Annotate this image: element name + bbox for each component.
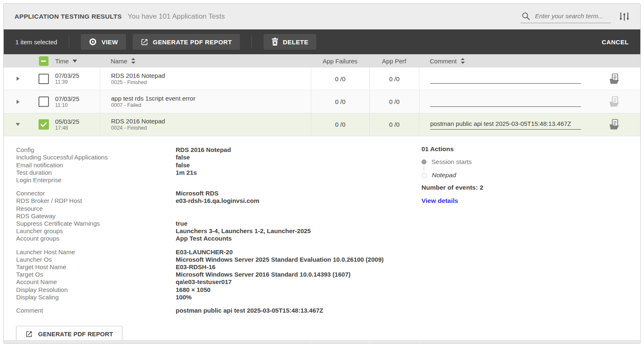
row-name: RDS 2016 Notepad: [111, 72, 165, 80]
detail-value: E03-RDSH-16: [176, 263, 215, 271]
toolbar-divider: [252, 36, 252, 48]
page-title: APPLICATION TESTING RESULTS: [15, 13, 122, 20]
detail-label: Target Host Name: [16, 263, 176, 271]
open-in-new-icon: [25, 330, 33, 338]
triangle-right-icon: [17, 77, 19, 81]
detail-label: Launcher Os: [16, 256, 176, 263]
comment-input[interactable]: [430, 74, 581, 84]
detail-label: Test duration: [16, 169, 176, 176]
sort-desc-icon: [73, 60, 77, 63]
row-checkbox-checked[interactable]: [39, 119, 49, 130]
detail-label: Config: [16, 146, 176, 154]
timeline-item: Session starts: [421, 158, 600, 166]
detail-label: Connector: [16, 190, 176, 197]
top-header: APPLICATION TESTING RESULTS You have 101…: [4, 4, 640, 29]
report-file-icon[interactable]: [609, 119, 620, 130]
detail-value: Launchers 3-4, Launchers 1-2, Launcher-2…: [176, 227, 311, 235]
detail-value: false: [176, 161, 190, 169]
actions-panel: 01 Actions Session starts Notepad Number…: [421, 145, 600, 205]
delete-button-label: DELETE: [283, 39, 309, 46]
collapse-row-button[interactable]: [4, 113, 32, 136]
detail-value: App Test Accounts: [176, 235, 232, 242]
expand-row-button[interactable]: [4, 90, 32, 113]
check-icon: [41, 122, 47, 127]
detail-label: Account Name: [16, 278, 176, 286]
detail-label: Email notification: [16, 161, 176, 169]
column-header-comment[interactable]: Comment: [419, 58, 640, 65]
detail-value: Microsoft Windows Server 2016 Standard 1…: [176, 271, 351, 278]
row-status: 0024 - Finished: [111, 125, 147, 131]
table-row: 07/03/25 11:39 RDS 2016 Notepad 0025 - F…: [4, 67, 640, 90]
column-time-label: Time: [55, 58, 69, 65]
detail-label: Display Resolution: [16, 286, 176, 294]
action-label: Session starts: [431, 158, 472, 166]
detail-label: Login Enterprise: [16, 176, 176, 184]
detail-label: RDS Gateway: [16, 212, 176, 220]
search-input[interactable]: [534, 12, 610, 20]
detail-label: Display Scaling: [16, 294, 176, 301]
detail-value: e03-rdsh-16.qa.loginvsi.com: [176, 197, 259, 205]
report-file-icon[interactable]: [609, 73, 620, 84]
column-header-name[interactable]: Name: [100, 58, 311, 65]
detail-label: Account groups: [16, 235, 176, 242]
row-name: RDS 2016 Notepad: [111, 118, 165, 125]
eye-icon: [89, 38, 97, 46]
row-checkbox[interactable]: [39, 96, 49, 107]
table-header: Time Name App Failures App Perf Comment: [4, 54, 640, 67]
expand-row-button[interactable]: [4, 67, 32, 90]
action-toolbar: 1 item selected VIEW GENERATE PDF REPORT: [4, 29, 640, 54]
actions-title: 01 Actions: [421, 145, 600, 153]
comment-input[interactable]: [430, 120, 581, 130]
view-button-label: VIEW: [102, 39, 118, 46]
page-subtitle: You have 101 Application Tests: [128, 12, 225, 21]
column-header-app-perf[interactable]: App Perf: [369, 58, 419, 65]
generate-pdf-report-button-bottom[interactable]: GENERATE PDF REPORT: [16, 326, 122, 340]
detail-value: false: [176, 154, 190, 161]
filled-bullet-icon: [421, 159, 426, 164]
row-time: 11:39: [55, 79, 100, 85]
cancel-button[interactable]: CANCEL: [602, 39, 629, 46]
detail-group-comment: Commentpostman public api test 2025-03-0…: [16, 307, 640, 314]
detail-label: Including Successful Applications: [16, 154, 176, 161]
row-checkbox[interactable]: [39, 74, 49, 84]
row-name: app test rds 1script event error: [111, 95, 195, 102]
detail-value: true: [176, 220, 187, 227]
sort-both-icon: [460, 58, 465, 64]
generate-pdf-report-button[interactable]: GENERATE PDF REPORT: [133, 34, 240, 50]
row-time: 11:10: [55, 102, 100, 108]
open-in-new-icon: [140, 38, 148, 46]
row-date: 07/03/25: [55, 72, 100, 79]
action-label: Notepad: [432, 171, 456, 179]
view-details-link[interactable]: View details: [421, 197, 600, 205]
trash-x-icon: [271, 38, 278, 46]
view-button[interactable]: VIEW: [81, 34, 126, 50]
row-status: 0025 - Finished: [111, 80, 147, 86]
app-window: APPLICATION TESTING RESULTS You have 101…: [3, 3, 641, 344]
app-perf-value: 0 /0: [369, 113, 419, 136]
toolbar-divider: [69, 36, 69, 48]
select-all-checkbox-indeterminate[interactable]: [39, 56, 48, 66]
table-row-selected: 05/03/25 17:48 RDS 2016 Notepad 0024 - F…: [4, 113, 640, 136]
delete-button[interactable]: DELETE: [264, 34, 317, 50]
search-box[interactable]: [521, 10, 611, 23]
detail-value: 1680 × 1050: [176, 286, 211, 294]
search-icon: [521, 12, 530, 21]
timeline-connector: [424, 166, 600, 171]
app-failures-value: 0 /0: [311, 90, 369, 113]
report-file-icon[interactable]: [609, 96, 620, 107]
column-header-time[interactable]: Time: [55, 58, 100, 65]
column-header-app-failures[interactable]: App Failures: [311, 58, 369, 65]
comment-input[interactable]: [430, 97, 581, 107]
detail-value: qa\e03-testuser017: [176, 278, 232, 286]
row-time: 17:48: [55, 125, 100, 131]
filter-sliders-icon[interactable]: [619, 11, 629, 22]
generate-pdf-button-label: GENERATE PDF REPORT: [153, 39, 232, 46]
detail-label: Launcher Host Name: [16, 248, 176, 256]
triangle-down-icon: [16, 123, 20, 126]
detail-group-hosts: Launcher Host NameE03-LAUNCHER-20 Launch…: [16, 248, 640, 301]
app-failures-value: 0 /0: [311, 113, 369, 136]
detail-value: Microsoft RDS: [176, 190, 218, 197]
pdf-button-label: GENERATE PDF REPORT: [38, 331, 113, 337]
detail-value: E03-LAUNCHER-20: [176, 248, 233, 256]
app-failures-value: 0 /0: [311, 67, 369, 90]
